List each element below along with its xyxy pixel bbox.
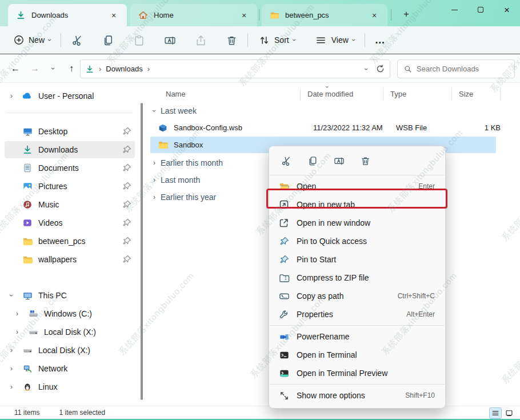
menu-item-copy-as-path[interactable]: Copy as path Ctrl+Shift+C (271, 287, 443, 305)
chevron-right-icon: › (99, 65, 101, 73)
new-button[interactable]: New › (8, 30, 56, 50)
copy-button[interactable] (97, 30, 119, 50)
group-label: Last month (161, 175, 200, 185)
view-button[interactable]: View › (310, 30, 360, 50)
group-header-last-month[interactable]: › Last month (148, 173, 200, 187)
tab-close-icon[interactable]: × (367, 8, 382, 23)
sidebar-item-local-disk-x2[interactable]: › Local Disk (X:) (5, 342, 135, 359)
group-header-last-week[interactable]: › Last week (148, 103, 197, 118)
file-row-sandbox-config[interactable]: Sandbox-Config.wsb 11/23/2022 11:32 AM W… (150, 119, 496, 136)
minimize-button[interactable] (441, 0, 467, 19)
chevron-right-icon[interactable]: › (10, 328, 24, 336)
copy-icon[interactable] (303, 153, 322, 169)
sidebar-item-music[interactable]: Music (5, 196, 135, 213)
menu-item-show-more-options[interactable]: Show more options Shift+F10 (271, 386, 443, 405)
view-icon (315, 34, 327, 46)
search-icon (403, 65, 412, 73)
close-button[interactable]: × (494, 0, 520, 19)
sidebar-item-pictures[interactable]: Pictures (5, 178, 135, 195)
tab-downloads[interactable]: Downloads × (8, 4, 127, 26)
maximize-button[interactable] (467, 0, 494, 19)
chevron-right-icon[interactable]: › (10, 310, 24, 318)
details-view-button[interactable] (489, 407, 502, 419)
menu-item-pin-to-start[interactable]: Pin to Start (271, 250, 443, 269)
menu-item-properties[interactable]: Properties Alt+Enter (271, 305, 443, 323)
cut-icon[interactable] (277, 153, 295, 169)
sidebar-item-label: Network (38, 364, 135, 373)
tab-close-icon[interactable]: × (106, 8, 121, 23)
menu-item-open-in-terminal[interactable]: Open in Terminal (271, 346, 443, 364)
rename-icon (163, 34, 176, 46)
context-menu-quick-actions (269, 149, 445, 173)
sort-button[interactable]: Sort › (253, 30, 301, 50)
tab-between-pcs[interactable]: between_pcs × (262, 4, 387, 26)
file-date: 11/23/2022 11:32 AM (313, 123, 383, 132)
search-input[interactable] (417, 65, 508, 73)
chevron-down-icon[interactable]: › (7, 289, 15, 302)
sidebar-item-local-disk-x1[interactable]: › Local Disk (X:) (10, 323, 135, 341)
column-header-name[interactable]: Name (166, 90, 186, 98)
chevron-down-icon: › (350, 39, 358, 41)
column-headers: Name › Date modified Type Size (146, 86, 520, 103)
refresh-icon[interactable] (375, 64, 385, 74)
chevron-right-icon[interactable]: › (5, 365, 18, 373)
forward-button[interactable]: → (26, 60, 43, 77)
sidebar-scrollbar[interactable] (141, 103, 143, 400)
tab-close-icon[interactable]: × (237, 8, 251, 23)
chevron-down-icon: › (290, 39, 298, 41)
up-button[interactable]: ↑ (63, 60, 80, 77)
menu-item-pin-to-quick-access[interactable]: Pin to Quick access (271, 232, 443, 250)
sidebar-item-desktop[interactable]: Desktop (5, 123, 135, 140)
share-button[interactable] (189, 30, 212, 50)
powerrename-icon (278, 331, 290, 342)
tab-home[interactable]: Home × (130, 4, 257, 26)
chevron-right-icon[interactable]: › (5, 92, 18, 100)
sidebar-item-videos[interactable]: Videos (5, 214, 135, 231)
chevron-right-icon: › (148, 176, 161, 184)
sidebar-item-wallpapers[interactable]: wallpapers (5, 251, 135, 268)
sidebar-item-downloads[interactable]: Downloads (5, 141, 135, 158)
cut-button[interactable] (66, 30, 89, 50)
address-bar[interactable]: › Downloads › › (80, 59, 390, 78)
breadcrumb[interactable]: Downloads (106, 65, 142, 73)
pin-icon (122, 145, 131, 154)
new-tab-button[interactable]: + (399, 7, 414, 22)
group-header-earlier-this-month[interactable]: › Earlier this month (148, 155, 223, 170)
window-controls: × (441, 0, 520, 19)
rename-button[interactable] (158, 30, 181, 50)
trash-icon[interactable] (356, 153, 374, 169)
back-button[interactable]: ← (7, 60, 24, 77)
chevron-right-icon[interactable]: › (5, 383, 18, 391)
menu-item-powerrename[interactable]: PowerRename (271, 327, 443, 346)
thumbnail-view-button[interactable] (503, 407, 515, 419)
rename-icon[interactable] (330, 153, 348, 169)
chevron-right-icon[interactable]: › (5, 346, 18, 354)
file-type: WSB File (396, 123, 427, 132)
sidebar-item-this-pc[interactable]: › This PC (5, 287, 135, 304)
group-header-earlier-this-year[interactable]: › Earlier this year (148, 190, 216, 205)
column-header-date[interactable]: Date modified (307, 90, 353, 98)
paste-button[interactable] (127, 30, 150, 50)
tab-label: between_pcs (285, 11, 367, 19)
delete-button[interactable] (220, 30, 243, 50)
recent-locations-button[interactable]: › (45, 60, 62, 77)
menu-item-compress-to-zip[interactable]: Compress to ZIP file (271, 269, 443, 287)
sidebar-item-between-pcs[interactable]: between_pcs (5, 233, 135, 250)
column-header-size[interactable]: Size (459, 90, 473, 98)
sidebar-item-onedrive[interactable]: › User - Personal (5, 87, 135, 105)
menu-item-open-in-new-window[interactable]: Open in new window (271, 214, 443, 232)
column-header-type[interactable]: Type (390, 90, 406, 98)
music-icon (22, 199, 33, 210)
menu-item-open-in-terminal-preview[interactable]: Open in Terminal Preview (271, 364, 443, 382)
sidebar-item-linux[interactable]: › Linux (5, 378, 135, 395)
navigation-row: ← → › ↑ › Downloads › › (0, 55, 520, 83)
sidebar-item-windows-c[interactable]: › Windows (C:) (10, 305, 135, 322)
sidebar-item-documents[interactable]: Documents (5, 159, 135, 177)
address-dropdown-icon[interactable]: › (362, 68, 370, 70)
more-options-button[interactable]: … (370, 30, 390, 50)
group-label: Earlier this year (161, 193, 216, 202)
terminal-preview-icon (278, 367, 290, 379)
downloads-icon (22, 144, 33, 155)
sidebar-item-network[interactable]: › Network (5, 360, 135, 377)
column-divider (383, 88, 383, 101)
